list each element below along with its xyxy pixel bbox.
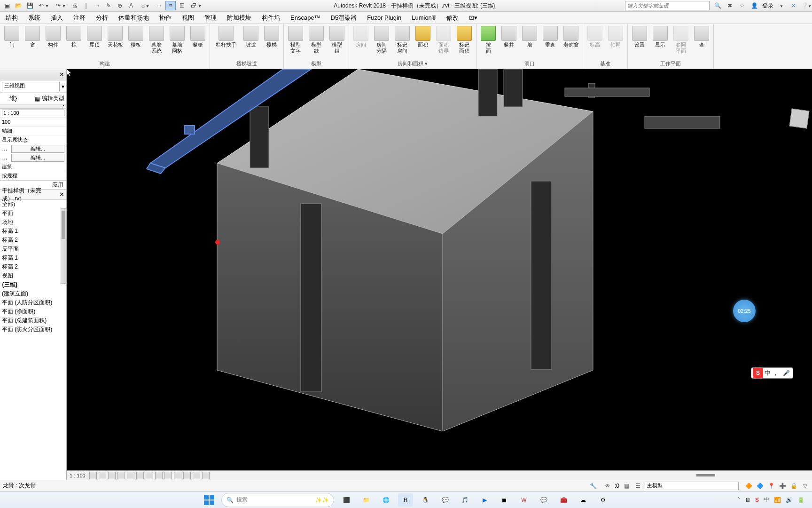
ribbon-button[interactable]: 幕墙网格 [167, 25, 187, 54]
ribbon-button[interactable]: 模型线 [306, 25, 326, 54]
tree-item[interactable]: 平面 (人防分区面积) [0, 298, 66, 307]
tool-icon[interactable]: 🧰 [556, 493, 571, 507]
ribbon-button[interactable]: 按面 [478, 25, 498, 54]
sr-1-icon[interactable]: 🔶 [744, 482, 753, 490]
ribbon-button[interactable]: 房间分隔 [372, 25, 391, 54]
tree-item[interactable]: 标高 2 [0, 262, 66, 271]
wechat-icon[interactable]: 💬 [437, 493, 453, 507]
tree-item[interactable]: 全部) [0, 200, 66, 209]
crop-icon[interactable] [136, 472, 144, 479]
shadows-icon[interactable] [117, 472, 125, 479]
help-search-input[interactable] [625, 1, 710, 10]
save-icon[interactable]: 💾 [24, 1, 35, 10]
app-menu-icon[interactable]: ▣ [2, 1, 12, 10]
ribbon-button[interactable]: 老虎窗 [561, 25, 581, 48]
ribbon-button[interactable]: 栏杆扶手 [212, 25, 240, 48]
sr-5-icon[interactable]: 🔒 [789, 482, 798, 490]
ribbon-button[interactable]: 门 [2, 25, 22, 48]
wps-icon[interactable]: W [516, 493, 531, 507]
close-hidden-icon[interactable]: ☒ [177, 1, 187, 10]
tab-view[interactable]: 视图 [181, 12, 195, 24]
tree-item[interactable]: {三维} [0, 280, 66, 289]
ribbon-button[interactable]: 垂直 [540, 25, 560, 48]
exchange-icon[interactable]: ✖ [726, 1, 734, 10]
ribbon-button[interactable]: 墙 [520, 25, 539, 48]
ribbon-button[interactable]: 模型组 [327, 25, 347, 54]
help-icon[interactable]: ❔▾ [802, 1, 810, 10]
revit-icon[interactable]: R [398, 493, 413, 507]
qq-icon[interactable]: 🐧 [418, 493, 433, 507]
music-icon[interactable]: 🎵 [457, 493, 472, 507]
tab-addins[interactable]: 附加模块 [226, 12, 252, 24]
props-collapse-icon[interactable]: ˆ [0, 105, 66, 109]
constraints-icon[interactable] [193, 472, 200, 479]
prop-edit-button[interactable]: 编辑... [11, 145, 64, 153]
tree-item[interactable]: (建筑立面) [0, 289, 66, 298]
align-icon[interactable]: ✎ [103, 1, 114, 10]
switch-win-icon[interactable]: 🗗 ▾ [188, 1, 204, 10]
tree-item[interactable]: 场地 [0, 218, 66, 227]
filter-icon[interactable]: ▦ [622, 482, 631, 490]
chevron-down-icon[interactable]: ▾ [777, 1, 786, 10]
tab-annotate[interactable]: 注释 [72, 12, 86, 24]
instance-selector[interactable]: 维} [9, 95, 33, 103]
ribbon-button[interactable]: 轴网 [606, 25, 625, 48]
analytic-icon[interactable] [183, 472, 191, 479]
sun-path-icon[interactable] [108, 472, 116, 479]
taskbar-search[interactable]: 🔍 搜索 ✨✨ [221, 493, 334, 507]
chat-icon[interactable]: 💬 [536, 493, 551, 507]
ribbon-button[interactable]: 设置 [630, 25, 649, 48]
props-close-icon[interactable]: ✕ [59, 71, 64, 78]
ribbon-button[interactable]: 柱 [64, 25, 84, 48]
tree-item[interactable]: 标高 1 [0, 227, 66, 236]
tab-lumion[interactable]: Lumion® [411, 12, 437, 24]
ribbon-button[interactable]: 幕墙系统 [147, 25, 166, 54]
ime-toolbar[interactable]: S 中 ， 🎤 [751, 367, 793, 379]
app-a-icon[interactable]: ▶ [477, 493, 492, 507]
x-icon[interactable]: ✕ [789, 1, 798, 10]
ribbon-button[interactable]: 标记面积 [454, 25, 474, 54]
tree-item[interactable]: 标高 1 [0, 254, 66, 262]
ribbon-button[interactable]: 显示 [650, 25, 670, 48]
undo-icon[interactable]: ↶ ▾ [36, 1, 52, 10]
ribbon-button[interactable]: 竖梃 [188, 25, 208, 48]
ribbon-button[interactable]: 楼梯 [262, 25, 281, 48]
visual-style-icon[interactable] [99, 472, 106, 479]
lock-3d-icon[interactable] [155, 472, 163, 479]
selection-grip[interactable] [215, 240, 220, 245]
reveal-icon[interactable] [174, 472, 181, 479]
ribbon-button[interactable]: 屋顶 [85, 25, 104, 48]
app-b-icon[interactable]: ◼ [497, 493, 512, 507]
ime-mode-label[interactable]: 中 ， [765, 369, 779, 377]
ribbon-button[interactable]: 竖井 [499, 25, 519, 48]
tray-zh-label[interactable]: 中 [764, 496, 769, 504]
ime-mic-icon[interactable]: 🎤 [783, 370, 790, 376]
tray-vol-icon[interactable]: 🔊 [786, 497, 793, 503]
tab-modify[interactable]: 修改 [445, 12, 460, 24]
tab-analyze[interactable]: 分析 [95, 12, 109, 24]
3d-icon[interactable]: ⌂ ▾ [137, 1, 153, 10]
sr-3-icon[interactable]: 📍 [767, 482, 775, 490]
ribbon-button[interactable]: 楼板 [126, 25, 146, 48]
tab-enscape[interactable]: Enscape™ [289, 12, 321, 24]
ribbon-button[interactable]: 面积边界 [434, 25, 453, 54]
tray-ime-s-icon[interactable]: S [755, 497, 759, 503]
scale-label[interactable]: 1 : 100 [70, 473, 86, 478]
print-icon[interactable]: 🖨 [70, 1, 80, 10]
tray-chevron-icon[interactable]: ˄ [737, 497, 740, 503]
select-count-icon[interactable]: 👁 [603, 482, 612, 490]
props-scrollbar[interactable] [61, 208, 66, 284]
ribbon-button[interactable]: 查 [692, 25, 711, 48]
worksets-icon[interactable]: 🔧 [589, 482, 598, 490]
ime-logo-icon[interactable]: S [753, 368, 763, 378]
ribbon-button[interactable]: 参照平面 [671, 25, 691, 54]
detail-level-icon[interactable] [89, 472, 97, 479]
browser-close-icon[interactable]: ✕ [59, 191, 64, 198]
crop-region-icon[interactable] [146, 472, 153, 479]
tray-wifi-icon[interactable]: 📶 [774, 497, 781, 503]
view-cube[interactable] [788, 107, 811, 130]
main-model-select[interactable]: 主模型 [645, 482, 739, 490]
explorer-icon[interactable]: 📁 [359, 493, 374, 507]
render-dialog-icon[interactable] [127, 472, 134, 479]
login-label[interactable]: 登录 [762, 2, 773, 10]
